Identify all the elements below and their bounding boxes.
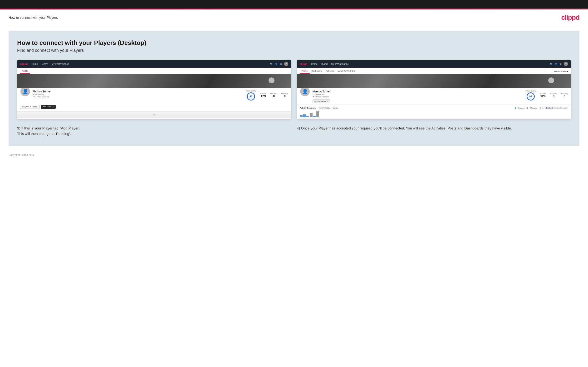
screenshot-left: clippd Home Teams My Performance 🔍 👤 ⚙ ▼…	[17, 60, 291, 119]
left-nav-icons: 🔍 👤 ⚙ ▼	[270, 62, 288, 66]
right-quality-label: Player Quality	[526, 90, 536, 92]
description-left-text: 3) If this is your Player tap, 'Add Play…	[17, 126, 291, 136]
top-bar	[0, 0, 588, 8]
left-quality-label: Player Quality	[246, 90, 256, 92]
right-player-name: Marcus Turner	[312, 90, 523, 93]
left-profile-section: 👤 Marcus Turner 1-5 Handicap 📍 United Ki…	[17, 88, 291, 103]
right-tab-what-to-work-on[interactable]: What To Work On	[336, 70, 357, 74]
person-icon[interactable]: 👤	[275, 62, 278, 66]
header-title: How to connect with your Players	[9, 16, 58, 19]
remove-player-button[interactable]: Remove Player ✕	[312, 99, 330, 103]
avatar-icon[interactable]: ▼	[284, 62, 288, 66]
left-nav-items: Home Teams My Performance	[31, 63, 270, 65]
clippd-logo: clippd	[561, 14, 579, 21]
screenshots-row: clippd Home Teams My Performance 🔍 👤 ⚙ ▼…	[17, 60, 571, 119]
description-right: 4) Once your Player has accepted your re…	[297, 126, 571, 136]
right-person-icon[interactable]: 👤	[554, 62, 558, 66]
right-tabs-left: Profile Dashboard Activities What To Wor…	[300, 70, 357, 74]
right-avatar-icon[interactable]: ▼	[564, 62, 568, 66]
left-stats-row: Player Quality 92 Activities 129 Followe…	[246, 90, 288, 100]
chart-area	[300, 110, 568, 117]
right-tab-dashboard[interactable]: Dashboard	[310, 70, 324, 74]
header-divider	[9, 26, 579, 26]
chart-bar-off-4	[310, 113, 312, 117]
chart-bar-on-5	[313, 116, 316, 117]
activity-header: Activity Summary Monthly Activity · 6 Mo…	[300, 107, 568, 109]
right-stat-activities: Activities 129	[540, 93, 546, 98]
copyright-text: Copyright Clippd 2022	[9, 153, 35, 156]
screenshot-right: clippd Home Teams My Performance 🔍 👤 ⚙ ▼…	[297, 60, 571, 119]
left-tab-profile[interactable]: Profile	[20, 70, 30, 74]
right-profile-info: Marcus Turner 1-5 Handicap 📍 United King…	[312, 90, 523, 103]
right-tab-profile[interactable]: Profile	[300, 70, 310, 74]
player-selector[interactable]: Marcus Turner ▾	[554, 71, 568, 74]
remove-x-icon: ✕	[327, 100, 328, 102]
main-title: How to connect with your Players (Deskto…	[17, 39, 571, 47]
left-nav-logo: clippd	[20, 62, 28, 65]
right-tabs-bar: Profile Dashboard Activities What To Wor…	[297, 68, 571, 74]
right-avatar-icon-img: 👤	[302, 89, 308, 94]
left-tabs: Profile	[17, 68, 291, 74]
activity-period-controls: 1 yr 6 mths 3 mths 1 mth	[539, 107, 568, 109]
period-1yr[interactable]: 1 yr	[539, 107, 544, 109]
left-avatar-icon: 👤	[22, 89, 28, 94]
location-pin-icon: 📍	[33, 96, 35, 98]
chart-bar-4	[310, 113, 312, 117]
off-course-legend-label: Off course	[529, 107, 537, 109]
activity-title: Activity Summary	[300, 107, 316, 109]
left-stat-following: Following 0	[281, 93, 288, 98]
search-icon[interactable]: 🔍	[270, 62, 273, 66]
left-player-location: 📍 United Kingdom	[33, 96, 243, 98]
right-nav-icons: 🔍 👤 ⚙ ▼	[549, 62, 568, 66]
right-nav: clippd Home Teams My Performance 🔍 👤 ⚙ ▼	[297, 60, 571, 68]
left-profile-info: Marcus Turner 1-5 Handicap 📍 United King…	[33, 90, 243, 98]
description-left: 3) If this is your Player tap, 'Add Play…	[17, 126, 291, 136]
main-content: How to connect with your Players (Deskto…	[9, 31, 579, 146]
chart-bar-off-6	[316, 111, 319, 117]
right-nav-teams[interactable]: Teams	[321, 63, 328, 65]
page-footer: Copyright Clippd 2022	[0, 150, 588, 159]
left-nav-home[interactable]: Home	[31, 63, 38, 65]
descriptions-row: 3) If this is your Player tap, 'Add Play…	[17, 126, 571, 136]
left-player-name: Marcus Turner	[33, 90, 243, 93]
scissors-icon: ✂	[153, 113, 156, 117]
right-nav-performance[interactable]: My Performance	[331, 63, 349, 65]
right-tab-activities[interactable]: Activities	[324, 70, 336, 74]
right-nav-items: Home Teams My Performance	[311, 63, 549, 65]
chart-bar-1	[300, 115, 303, 117]
left-nav-teams[interactable]: Teams	[41, 63, 48, 65]
on-course-legend-dot	[515, 107, 516, 109]
right-player-location: 📍 United Kingdom	[312, 96, 523, 98]
right-profile-section: 👤 Marcus Turner 1-5 Handicap 📍 United Ki…	[297, 88, 571, 105]
add-player-button[interactable]: Add Player +	[41, 105, 56, 109]
chart-bar-6	[316, 111, 319, 117]
right-stat-following: Following 0	[561, 93, 568, 98]
off-course-legend-dot	[527, 107, 528, 109]
main-subtitle: Find and connect with your Players	[17, 48, 571, 53]
page-header: How to connect with your Players clippd	[0, 9, 588, 26]
period-3mths[interactable]: 3 mths	[553, 107, 561, 109]
left-banner	[17, 74, 291, 88]
right-settings-icon[interactable]: ⚙	[559, 62, 562, 66]
left-stat-followers: Followers 0	[270, 93, 277, 98]
right-stats-row: Player Quality 92 Activities 129 Followe…	[526, 90, 568, 100]
activity-legend: On course Off course	[515, 107, 537, 109]
right-nav-home[interactable]: Home	[311, 63, 318, 65]
left-quality: Player Quality 92	[246, 90, 256, 100]
chart-bar-5	[313, 116, 316, 117]
on-course-legend-label: On course	[518, 107, 525, 109]
left-player-handicap: 1-5 Handicap	[33, 93, 243, 95]
right-location-pin-icon: 📍	[312, 96, 315, 98]
chart-bar-on-1	[300, 115, 303, 117]
left-quality-circle: 92	[247, 92, 255, 100]
period-1mth[interactable]: 1 mth	[561, 107, 568, 109]
right-quality: Player Quality 92	[526, 90, 536, 100]
left-bottom-fade: ✂	[17, 111, 291, 118]
settings-icon[interactable]: ⚙	[279, 62, 283, 66]
right-player-handicap: 1-5 Handicap	[312, 93, 523, 95]
request-follow-button[interactable]: Request to Follow	[20, 105, 40, 109]
left-nav-performance[interactable]: My Performance	[52, 63, 69, 65]
description-right-text: 4) Once your Player has accepted your re…	[297, 126, 571, 131]
right-search-icon[interactable]: 🔍	[549, 62, 553, 66]
period-6mths[interactable]: 6 mths	[545, 107, 553, 109]
